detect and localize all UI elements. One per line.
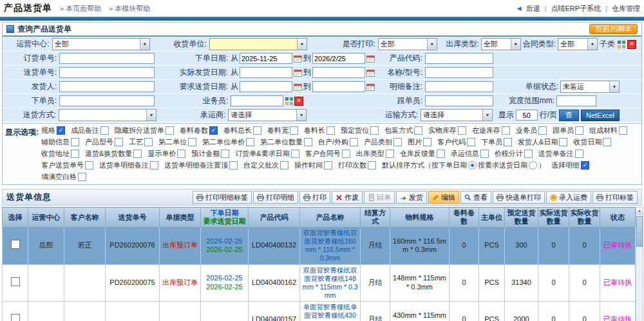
display-option[interactable]: 卷料宽 (267, 126, 298, 135)
print-button[interactable]: 打印 (299, 191, 330, 204)
checkbox-icon[interactable] (71, 138, 79, 146)
checkbox-icon[interactable] (78, 173, 86, 181)
display-option[interactable]: 实物库存 (428, 126, 466, 135)
order-no-input[interactable] (59, 53, 155, 64)
display-option[interactable]: 成品备注 (71, 126, 109, 135)
display-option[interactable]: 选择明细 (551, 160, 589, 170)
print-labels-button[interactable]: 打印标签 (592, 191, 638, 204)
checkbox-icon[interactable] (188, 138, 196, 146)
display-option[interactable]: 操作时间 (294, 160, 332, 170)
display-option[interactable]: 辅助信息 (41, 137, 79, 147)
cell-product-name[interactable]: 双面背胶青稞纸双面背胶青稞纸148mm * 115mm * 0.3mm (300, 264, 361, 302)
display-option[interactable]: 收货日期 (573, 137, 611, 147)
display-option[interactable]: 发货人&日期 (518, 137, 567, 147)
display-option[interactable]: 客户送货单号 (41, 160, 93, 170)
row-select-checkbox[interactable] (11, 277, 20, 286)
checkbox-icon[interactable] (386, 150, 394, 158)
display-option[interactable]: 第二单位数量 (260, 137, 312, 147)
salesman-clear-icon[interactable]: ✕ (294, 97, 303, 106)
checkbox-icon[interactable] (115, 138, 123, 146)
display-option[interactable]: 业务员 (516, 126, 547, 135)
sort-by-order-date-radio[interactable] (468, 161, 477, 170)
print-details-button[interactable]: 打印明细 (253, 191, 298, 204)
display-option[interactable]: 包装方式 (384, 126, 422, 135)
checkbox-icon[interactable] (280, 161, 289, 170)
order-date-to-input[interactable] (312, 53, 365, 64)
display-option[interactable]: 工艺 (129, 137, 153, 147)
display-option[interactable]: 客户合同号 (305, 149, 350, 159)
actual-ship-date-from-input[interactable] (240, 67, 292, 78)
calendar-icon[interactable] (294, 83, 302, 91)
display-option[interactable]: 填满空白格 (41, 172, 86, 182)
table-row[interactable]: 总部若正PD260200076出库预订单2026-02-252026-02-25… (3, 228, 636, 265)
checkbox-icon[interactable] (575, 150, 583, 158)
checkbox-icon[interactable] (458, 126, 466, 135)
merchandiser-input[interactable] (425, 95, 493, 106)
checkbox-icon[interactable] (350, 138, 358, 146)
receipt-button[interactable]: 回单 (364, 191, 395, 204)
operation-center-select[interactable]: 全部▼ (52, 38, 150, 50)
display-option[interactable]: 产品类别 (364, 137, 402, 147)
enter-freight-button[interactable]: ¥录入运费 (546, 191, 591, 204)
checkbox-icon[interactable] (253, 126, 261, 135)
calendar-icon[interactable] (294, 54, 302, 63)
view-button[interactable]: 查看 (460, 191, 491, 204)
order-date-from-input[interactable] (240, 53, 292, 64)
actual-ship-date-to-input[interactable] (312, 67, 365, 78)
display-option[interactable]: 自产/外购 (318, 137, 358, 147)
row-select-checkbox[interactable] (11, 240, 20, 249)
checkbox-icon[interactable] (71, 150, 79, 158)
checkbox-icon[interactable] (603, 138, 611, 146)
table-row[interactable]: LD040400157单面背胶青稞纸单面背胶青稞纸430mm * 115mm *… (3, 302, 636, 321)
erp-subsystem-link[interactable]: 点睛ERP子系统 (551, 4, 601, 14)
display-option[interactable]: 收货地址 (41, 149, 79, 159)
subclass-picker-icon[interactable] (617, 40, 625, 48)
netexcel-button[interactable]: NetExcel (581, 110, 620, 121)
search-button[interactable]: 查询 (559, 110, 579, 121)
checkbox-icon[interactable] (575, 126, 583, 135)
checkbox-icon[interactable] (538, 126, 547, 135)
display-option[interactable]: 产品型号 (85, 137, 123, 147)
subclass-clear-icon[interactable]: ✕ (627, 40, 636, 49)
detail-remark-input[interactable] (425, 81, 493, 92)
checkbox-icon[interactable] (423, 138, 431, 146)
checkbox-icon[interactable] (150, 161, 158, 170)
display-option[interactable]: 卷料长 (304, 126, 335, 135)
required-date-to-input[interactable] (312, 81, 365, 92)
checkbox-checked-icon[interactable] (581, 161, 589, 170)
display-option[interactable]: 仓库反馈量 (400, 149, 445, 159)
row-select-checkbox[interactable] (11, 314, 20, 321)
display-option[interactable]: 价税分计 (495, 149, 533, 159)
display-option[interactable]: 出库类型 (356, 149, 394, 159)
checkbox-checked-icon[interactable] (209, 126, 218, 135)
page-help-link[interactable]: » 本页面帮助 (60, 4, 101, 14)
display-option[interactable]: 规格 (41, 126, 65, 135)
salesman-picker-icon[interactable] (285, 97, 293, 105)
scrollbar-thumb[interactable] (636, 216, 643, 247)
salesman-input[interactable] (231, 95, 283, 106)
cell-product-name[interactable]: 单面背胶青稞纸单面背胶青稞纸430mm * 115mm * 0.3mm (300, 302, 361, 321)
carrier-select[interactable]: 请选择▼ (228, 109, 307, 121)
checkbox-icon[interactable] (559, 138, 567, 146)
name-model-input[interactable] (425, 67, 493, 78)
checkbox-icon[interactable] (133, 150, 142, 158)
checkbox-icon[interactable] (100, 126, 109, 135)
table-row[interactable]: PD260200075出库预订单2026-02-252026-02-25LD04… (3, 264, 636, 302)
checkbox-icon[interactable] (480, 150, 489, 158)
back-link[interactable]: 后退 (526, 4, 540, 14)
checkbox-icon[interactable] (304, 138, 312, 146)
checkbox-icon[interactable] (467, 138, 475, 146)
outbound-type-select[interactable]: 全部▼ (481, 38, 521, 50)
display-option[interactable]: 自定义批次 (243, 160, 289, 170)
checkbox-icon[interactable] (414, 126, 422, 135)
checkbox-icon[interactable] (368, 161, 376, 170)
display-option[interactable]: 跟单员 (553, 126, 583, 135)
display-option[interactable]: 卷料总长 (223, 126, 261, 135)
sort-by-required-date-radio[interactable] (529, 161, 537, 170)
ship-button[interactable]: 发货 (396, 191, 427, 204)
display-option[interactable]: 承运信息 (451, 149, 489, 159)
checkbox-icon[interactable] (437, 150, 445, 158)
checkbox-icon[interactable] (290, 126, 298, 135)
checkbox-icon[interactable] (393, 138, 402, 146)
checkbox-icon[interactable] (246, 138, 254, 146)
